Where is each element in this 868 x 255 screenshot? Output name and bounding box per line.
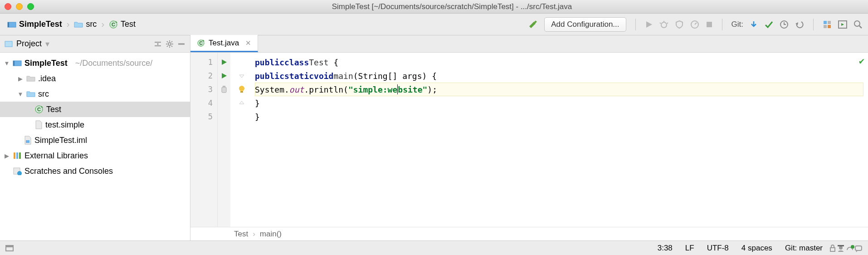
- source-folder-icon: [26, 90, 35, 98]
- collapse-button[interactable]: [154, 41, 162, 47]
- libraries-icon: [13, 152, 22, 160]
- folder-icon: [26, 75, 35, 82]
- memory-indicator-icon[interactable]: [845, 245, 854, 252]
- breadcrumb-file-label: Test: [121, 20, 136, 29]
- code-editor[interactable]: 1 2 3 4 5 ✔ public c: [190, 53, 868, 227]
- tool-windows-toggle-icon[interactable]: [5, 245, 14, 251]
- tree-item-idea[interactable]: ▶ .idea: [0, 71, 190, 86]
- crumb-class[interactable]: Test: [234, 230, 248, 239]
- svg-marker-6: [646, 21, 652, 28]
- breadcrumb-separator-icon: ›: [100, 19, 105, 29]
- jar-icon: [220, 85, 228, 93]
- editor-tab[interactable]: C Test.java ✕: [190, 35, 258, 52]
- tree-external-libraries[interactable]: ▶ External Libraries: [0, 148, 190, 163]
- profile-button[interactable]: [690, 20, 699, 29]
- breadcrumb-separator-icon: ›: [66, 19, 71, 29]
- svg-rect-24: [5, 41, 12, 47]
- navigation-breadcrumbs: SimpleTest › src › C Test: [5, 19, 137, 30]
- svg-rect-19: [828, 25, 831, 28]
- tree-item-label: .idea: [38, 74, 56, 83]
- code-text[interactable]: ✔ public class Test { public static void…: [253, 53, 868, 227]
- project-tree[interactable]: ▼ SimpleTest ~/Documents/source/ ▶ .idea…: [0, 53, 190, 181]
- svg-marker-4: [116, 21, 117, 23]
- tree-item-test-class[interactable]: C Test: [0, 102, 190, 117]
- git-update-icon[interactable]: [750, 20, 758, 29]
- tree-scratches[interactable]: ▶ Scratches and Consoles: [0, 163, 190, 179]
- stop-button[interactable]: [706, 21, 713, 28]
- main-toolbar: SimpleTest › src › C Test Add Configurat…: [0, 14, 868, 35]
- dropdown-icon[interactable]: ▾: [45, 39, 49, 49]
- line-number: 1: [208, 58, 213, 67]
- gear-icon[interactable]: [166, 40, 174, 48]
- window-title: SimpleTest [~/Documents/source/scratch/S…: [40, 2, 863, 11]
- window-titlebar: SimpleTest [~/Documents/source/scratch/S…: [0, 0, 868, 14]
- crumb-method[interactable]: main(): [260, 230, 282, 239]
- file-icon: [34, 120, 43, 129]
- git-history-icon[interactable]: [780, 20, 789, 29]
- svg-rect-63: [838, 245, 844, 246]
- svg-line-9: [660, 23, 661, 24]
- editor-tab-label: Test.java: [209, 39, 239, 48]
- add-configuration-button[interactable]: Add Configuration...: [544, 17, 626, 32]
- toolbar-separator: [722, 19, 722, 30]
- chevron-right-icon[interactable]: ▶: [4, 152, 10, 159]
- caret-position[interactable]: 3:38: [651, 244, 679, 253]
- svg-rect-44: [26, 140, 29, 143]
- file-encoding[interactable]: UTF-8: [701, 244, 735, 253]
- build-icon[interactable]: [528, 20, 538, 29]
- svg-marker-43: [41, 106, 43, 108]
- svg-point-57: [239, 86, 244, 91]
- breadcrumb-folder[interactable]: src: [72, 19, 98, 30]
- tree-item-label: test.simple: [45, 120, 84, 130]
- fold-icon[interactable]: [239, 100, 244, 106]
- git-commit-icon[interactable]: [764, 20, 773, 29]
- run-anything-icon[interactable]: [838, 20, 847, 29]
- notifications-icon[interactable]: [854, 244, 863, 252]
- inspector-icon[interactable]: [836, 244, 845, 252]
- run-button[interactable]: [645, 20, 653, 29]
- tree-item-src[interactable]: ▼ src: [0, 86, 190, 102]
- toolbar-separator: [635, 19, 636, 30]
- git-rollback-icon[interactable]: [795, 20, 804, 29]
- run-line-icon[interactable]: [221, 59, 227, 65]
- inspection-ok-icon[interactable]: ✔: [859, 55, 864, 66]
- tree-item-iml[interactable]: SimpleTest.iml: [0, 132, 190, 148]
- hide-button[interactable]: [177, 41, 185, 47]
- tree-item-label: Test: [46, 105, 61, 114]
- chevron-down-icon[interactable]: ▼: [4, 60, 10, 67]
- svg-rect-1: [8, 22, 9, 27]
- svg-rect-55: [222, 87, 226, 93]
- git-branch[interactable]: Git: master: [779, 244, 829, 253]
- scratches-icon: [13, 167, 22, 175]
- tree-project-root[interactable]: ▼ SimpleTest ~/Documents/source/: [0, 55, 190, 71]
- zoom-window-button[interactable]: [27, 3, 34, 10]
- fold-icon[interactable]: [239, 73, 244, 78]
- minimize-window-button[interactable]: [16, 3, 23, 10]
- svg-rect-58: [240, 91, 243, 93]
- line-number: 2: [208, 71, 213, 80]
- line-number-gutter: 1 2 3 4 5: [190, 53, 218, 227]
- svg-line-37: [171, 41, 172, 42]
- tree-item-test-simple[interactable]: test.simple: [0, 117, 190, 132]
- folder-icon: [74, 21, 83, 28]
- breadcrumb-project[interactable]: SimpleTest: [5, 19, 64, 30]
- chevron-down-icon[interactable]: ▼: [17, 91, 24, 98]
- indent-setting[interactable]: 4 spaces: [735, 244, 779, 253]
- search-everywhere-icon[interactable]: [853, 20, 863, 29]
- svg-line-12: [695, 23, 697, 25]
- run-line-icon[interactable]: [221, 73, 227, 79]
- svg-rect-18: [824, 25, 827, 28]
- lock-icon[interactable]: [829, 244, 836, 252]
- svg-text:C: C: [199, 41, 202, 46]
- project-view-icon: [5, 41, 13, 47]
- close-tab-icon[interactable]: ✕: [245, 39, 251, 47]
- coverage-button[interactable]: [675, 20, 684, 29]
- intention-bulb-icon[interactable]: [238, 85, 245, 93]
- debug-button[interactable]: [659, 20, 668, 29]
- breadcrumb-file[interactable]: C Test: [107, 19, 137, 30]
- close-window-button[interactable]: [5, 3, 11, 10]
- svg-rect-13: [707, 22, 712, 27]
- project-structure-icon[interactable]: [823, 20, 832, 29]
- chevron-right-icon[interactable]: ▶: [17, 75, 24, 82]
- line-separator[interactable]: LF: [679, 244, 701, 253]
